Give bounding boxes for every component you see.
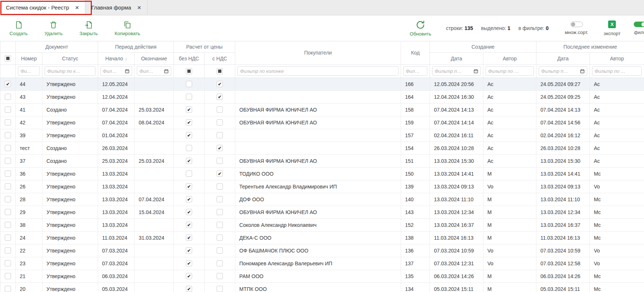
tab-discount-registry[interactable]: Система скидок - Реестр	[0, 0, 85, 15]
calendar-icon[interactable]	[164, 69, 169, 74]
multisort-toggle-control[interactable]: множ.сорт.	[565, 22, 588, 35]
no-vat-checkbox[interactable]	[186, 145, 192, 151]
copy-button[interactable]: Копировать	[115, 20, 140, 36]
filter-created-author-input[interactable]	[488, 68, 531, 74]
table-row[interactable]: 41Создано07.04.202425.03.2024ОБУВНАЯ ФИР…	[0, 103, 644, 116]
filter-buyers-input[interactable]	[240, 68, 396, 74]
row-select-checkbox[interactable]	[5, 209, 11, 215]
row-select-checkbox[interactable]	[5, 106, 11, 113]
row-select-checkbox[interactable]	[5, 260, 11, 266]
toggle-off-icon[interactable]	[570, 22, 583, 27]
no-vat-checkbox[interactable]	[186, 119, 192, 126]
toggle-on-icon[interactable]	[634, 22, 644, 27]
vat-checkbox[interactable]	[217, 119, 223, 126]
vat-checkbox[interactable]	[217, 209, 223, 215]
table-row[interactable]: 28Утверждено13.03.202407.04.2024ДОФ ООО1…	[0, 193, 644, 206]
row-select-checkbox[interactable]	[5, 145, 11, 151]
no-vat-checkbox[interactable]	[186, 235, 192, 241]
table-row[interactable]: 29Утверждено13.03.202415.04.2024ОБУВНАЯ …	[0, 206, 644, 218]
filter-no-vat-checkbox[interactable]	[186, 68, 192, 74]
calendar-icon[interactable]	[473, 69, 478, 74]
row-select-checkbox[interactable]	[5, 132, 11, 138]
row-select-checkbox[interactable]	[5, 196, 11, 202]
close-button[interactable]: Закрыть	[79, 20, 98, 36]
vat-checkbox[interactable]	[217, 158, 223, 164]
no-vat-checkbox[interactable]	[186, 247, 192, 254]
vat-checkbox[interactable]	[217, 222, 223, 228]
vat-checkbox[interactable]	[217, 235, 223, 241]
row-select-checkbox[interactable]	[5, 94, 11, 100]
vat-checkbox[interactable]	[217, 286, 223, 292]
row-select-checkbox[interactable]	[5, 81, 11, 87]
vat-checkbox[interactable]	[217, 183, 223, 190]
table-row[interactable]: 39Утверждено01.04.202415702.04.2024 16:1…	[0, 129, 644, 142]
filter-vat-checkbox[interactable]	[217, 68, 223, 74]
column-header-vat[interactable]: с НДС	[205, 52, 235, 64]
table-row[interactable]: 20Утверждено05.03.2024МТПК ООО13405.03.2…	[0, 282, 644, 292]
no-vat-checkbox[interactable]	[186, 222, 192, 228]
excel-export-icon[interactable]: X	[608, 20, 616, 28]
filter-toggle-control[interactable]: филь	[634, 22, 644, 35]
row-select-checkbox[interactable]	[5, 286, 11, 292]
row-select-checkbox[interactable]	[5, 247, 11, 254]
no-vat-checkbox[interactable]	[186, 171, 192, 177]
row-select-checkbox[interactable]	[5, 119, 11, 126]
filter-modified-date-input[interactable]	[541, 68, 579, 74]
no-vat-checkbox[interactable]	[186, 132, 192, 138]
table-row[interactable]: 22Утверждено07.03.2024ОФ БАШМАЧОК ПЛЮС О…	[0, 244, 644, 257]
table-row[interactable]: 24Утверждено11.03.202431.03.2024ДЕКА-С О…	[0, 231, 644, 244]
no-vat-checkbox[interactable]	[186, 209, 192, 215]
vat-checkbox[interactable]	[217, 132, 223, 138]
select-all-checkbox[interactable]	[5, 55, 11, 61]
no-vat-checkbox[interactable]	[186, 260, 192, 266]
close-icon[interactable]	[137, 5, 141, 10]
no-vat-checkbox[interactable]	[186, 286, 192, 292]
no-vat-checkbox[interactable]	[186, 94, 192, 100]
delete-button[interactable]: Удалить	[44, 20, 63, 36]
column-header-status[interactable]: Статус	[42, 52, 98, 64]
filter-status-input[interactable]	[47, 68, 93, 74]
row-select-checkbox[interactable]	[5, 235, 11, 241]
column-header-modified-date[interactable]: Дата	[536, 52, 590, 64]
no-vat-checkbox[interactable]	[186, 106, 192, 113]
no-vat-checkbox[interactable]	[186, 158, 192, 164]
table-row[interactable]: 37Создано25.03.202425.03.2024ОБУВНАЯ ФИР…	[0, 154, 644, 167]
filter-modified-author-input[interactable]	[595, 68, 639, 74]
vat-checkbox[interactable]	[217, 260, 223, 266]
no-vat-checkbox[interactable]	[186, 196, 192, 202]
vat-checkbox[interactable]	[217, 247, 223, 254]
close-icon[interactable]	[75, 5, 79, 10]
row-select-checkbox[interactable]	[5, 158, 11, 164]
vat-checkbox[interactable]	[217, 106, 223, 113]
table-row[interactable]: 38Утверждено13.03.2024Соколов Александр …	[0, 218, 644, 231]
column-header-end[interactable]: Окончание	[135, 52, 174, 64]
table-row[interactable]: тестСоздано26.03.202415426.03.2024 10:28…	[0, 142, 644, 154]
no-vat-checkbox[interactable]	[186, 273, 192, 279]
vat-checkbox[interactable]	[217, 81, 223, 87]
vat-checkbox[interactable]	[217, 171, 223, 177]
column-header-created-date[interactable]: Дата	[430, 52, 483, 64]
column-header-created-author[interactable]: Автор	[483, 52, 536, 64]
no-vat-checkbox[interactable]	[186, 81, 192, 87]
vat-checkbox[interactable]	[217, 196, 223, 202]
table-row[interactable]: 23Утверждено07.03.2024Пономарев Александ…	[0, 257, 644, 270]
row-select-checkbox[interactable]	[5, 171, 11, 177]
table-row[interactable]: 44Утверждено12.05.202416612.05.2024 20:5…	[0, 78, 644, 90]
filter-start-input[interactable]	[103, 68, 123, 74]
table-row[interactable]: 26Утверждено13.03.2024Терентьев Александ…	[0, 180, 644, 193]
tab-main-form[interactable]: Главная форма	[85, 0, 147, 15]
table-row[interactable]: 36Утверждено13.03.2024ТОДИКО ООО15013.03…	[0, 167, 644, 180]
filter-end-input[interactable]	[139, 68, 162, 74]
filter-created-date-input[interactable]	[435, 68, 472, 74]
column-header-modified-author[interactable]: Автор	[590, 52, 644, 64]
column-header-code[interactable]: Код	[401, 41, 430, 64]
column-header-number[interactable]: Номер	[16, 52, 42, 64]
export-button[interactable]: X экспорт	[604, 20, 621, 36]
filter-code-input[interactable]	[406, 68, 425, 74]
refresh-button[interactable]: Обновить	[410, 20, 431, 37]
table-row[interactable]: 21Утверждено06.03.2024РАМ ООО13506.03.20…	[0, 270, 644, 282]
calendar-icon[interactable]	[125, 69, 130, 74]
vat-checkbox[interactable]	[217, 273, 223, 279]
filter-number-input[interactable]	[20, 68, 37, 74]
vat-checkbox[interactable]	[217, 145, 223, 151]
